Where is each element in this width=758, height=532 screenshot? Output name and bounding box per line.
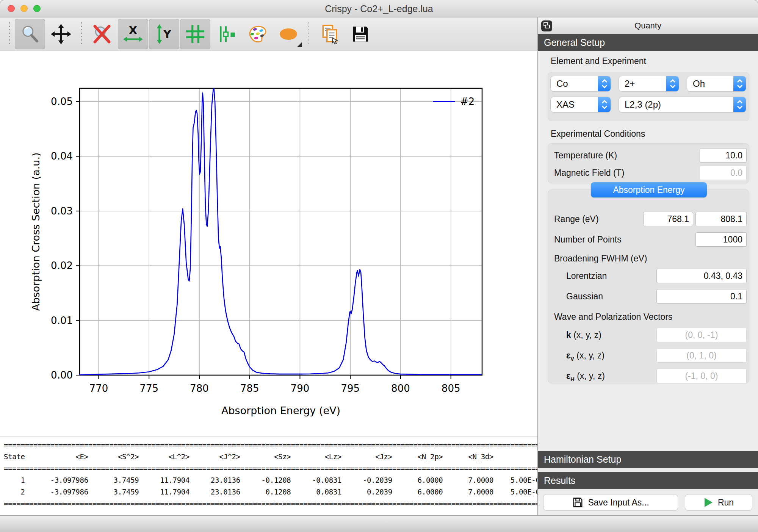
x-autoscale-button[interactable]: X — [118, 19, 148, 49]
y-tick-label: 0.04 — [51, 150, 73, 162]
palette-icon — [247, 24, 268, 44]
stepper-chevrons-icon — [598, 97, 611, 112]
range-label: Range (eV) — [554, 214, 599, 224]
epsilon-h-coords: (x, y, z) — [577, 371, 605, 381]
magnifier-off-icon — [92, 24, 112, 44]
x-tick-label: 780 — [190, 383, 209, 394]
play-icon — [703, 497, 713, 508]
colormap-button[interactable] — [242, 19, 273, 49]
quanty-output-console[interactable]: ========================================… — [0, 437, 537, 515]
console-line: ========================================… — [4, 439, 537, 451]
run-label: Run — [718, 498, 734, 508]
toolbar-separator — [309, 22, 309, 46]
floppy-icon — [350, 24, 371, 44]
xas-spectrum-chart: 7707757807857907958008050.000.010.020.03… — [0, 51, 537, 437]
console-line: ========================================… — [4, 463, 537, 474]
x-tick-label: 800 — [391, 383, 410, 394]
curve-style-button[interactable] — [211, 19, 241, 49]
y-axis-autoscale-icon: Y — [154, 24, 174, 44]
legend-label: #2 — [460, 96, 475, 107]
x-tick-label: 790 — [291, 383, 310, 394]
stepper-chevrons-icon — [666, 76, 679, 91]
element-charge-select[interactable]: 2+ — [619, 76, 679, 92]
element-symbol-select[interactable]: Co — [550, 76, 611, 92]
titlebar: Crispy - Co2+_L-edge.lua — [0, 0, 758, 17]
zoom-mode-button[interactable] — [15, 19, 45, 49]
toolbar-handle — [9, 22, 10, 46]
console-line: ========================================… — [4, 498, 537, 510]
epsilon-h-field[interactable] — [656, 369, 747, 383]
y-axis-label: Absorption Cross Section (a.u.) — [30, 152, 42, 311]
k-vector-label: k (x, y, z) — [566, 330, 601, 340]
y-tick-label: 0.03 — [51, 205, 73, 217]
gaussian-field[interactable] — [656, 289, 747, 304]
gaussian-label: Gaussian — [566, 291, 603, 302]
mask-tools-button[interactable] — [273, 19, 304, 49]
y-tick-label: 0.05 — [51, 96, 73, 107]
edge-select[interactable]: L2,3 (2p) — [619, 97, 746, 113]
symmetry-value: Oh — [687, 78, 733, 89]
range-min-field[interactable] — [643, 212, 693, 226]
zoom-back-button[interactable] — [87, 19, 117, 49]
window-title: Crispy - Co2+_L-edge.lua — [0, 3, 758, 14]
run-button[interactable]: Run — [685, 494, 752, 511]
x-axis-autoscale-icon: X — [123, 24, 143, 44]
x-tick-label: 795 — [341, 383, 360, 394]
epsilon-v-coords: (x, y, z) — [576, 350, 605, 360]
k-coords: (x, y, z) — [573, 330, 601, 340]
symmetry-select[interactable]: Oh — [687, 76, 746, 92]
copy-icon — [319, 24, 340, 44]
epsilon-v-field[interactable] — [656, 348, 747, 363]
experimental-conditions-heading: Experimental Conditions — [551, 129, 645, 139]
floppy-outline-icon — [572, 497, 583, 508]
grid-icon — [185, 24, 205, 44]
ellipse-icon — [278, 24, 299, 44]
x-tick-label: 785 — [240, 383, 259, 394]
lorentzian-field[interactable] — [656, 269, 747, 283]
pan-mode-button[interactable] — [46, 19, 76, 49]
k-symbol: k — [566, 330, 571, 340]
console-line: State <E> <S^2> <L^2> <J^2> <Sz> <Lz> <J… — [4, 451, 537, 463]
k-vector-field[interactable] — [656, 328, 747, 342]
y-tick-label: 0.00 — [51, 369, 73, 381]
spectrum-plot-area[interactable]: 7707757807857907958008050.000.010.020.03… — [0, 51, 537, 437]
vectors-heading: Wave and Polarization Vectors — [554, 312, 672, 322]
edge-value: L2,3 (2p) — [619, 99, 733, 110]
magnetic-field-field[interactable] — [700, 166, 747, 180]
element-groupbox: Co 2+ Oh XAS — [548, 72, 749, 121]
save-input-as-button[interactable]: Save Input As... — [543, 494, 678, 511]
x-tick-label: 770 — [89, 383, 108, 394]
section-general-setup: General Setup — [538, 34, 758, 51]
section-hamiltonian-setup[interactable]: Hamiltonian Setup — [538, 451, 758, 468]
copy-snapshot-button[interactable] — [314, 19, 345, 49]
epsilon-v-label: εV (x, y, z) — [566, 350, 605, 362]
svg-text:X: X — [129, 24, 137, 37]
absorption-groupbox: Absorption Energy Range (eV) Number of P… — [548, 189, 749, 383]
epsilon-symbol: εV — [566, 350, 574, 360]
temperature-field[interactable] — [700, 148, 747, 163]
epsilon-h-label: εH (x, y, z) — [566, 371, 605, 382]
save-plot-button[interactable] — [345, 19, 376, 49]
lorentzian-label: Lorentzian — [566, 271, 607, 281]
magnifier-icon — [20, 24, 40, 44]
points-field[interactable] — [695, 232, 747, 247]
section-results[interactable]: Results — [538, 472, 758, 489]
dock-title: Quanty — [538, 21, 758, 31]
temperature-label: Temperature (K) — [554, 150, 617, 161]
broadening-heading: Broadening FWHM (eV) — [554, 253, 647, 264]
crispy-window: Crispy - Co2+_L-edge.lua — [0, 0, 758, 532]
range-max-field[interactable] — [695, 212, 747, 226]
conditions-groupbox: Temperature (K) Magnetic Field (T) — [548, 143, 749, 183]
experiment-value: XAS — [551, 99, 598, 110]
y-autoscale-button[interactable]: Y — [149, 19, 179, 49]
experiment-select[interactable]: XAS — [550, 97, 611, 113]
save-input-as-label: Save Input As... — [588, 498, 649, 508]
x-tick-label: 805 — [442, 383, 460, 394]
axes-frame — [80, 88, 482, 375]
move-arrows-icon — [51, 24, 71, 44]
grid-toggle-button[interactable] — [180, 19, 210, 49]
stepper-chevrons-icon — [598, 76, 611, 91]
dock-titlebar: Quanty — [538, 17, 758, 34]
element-symbol-value: Co — [551, 78, 598, 89]
absorption-energy-button[interactable]: Absorption Energy — [591, 182, 707, 197]
